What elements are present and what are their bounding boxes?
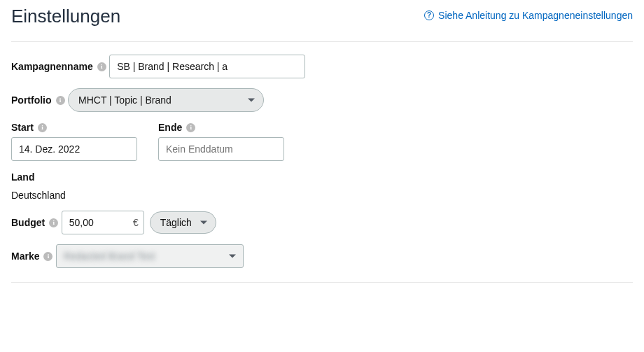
info-icon[interactable] bbox=[97, 62, 106, 71]
campaign-name-input[interactable] bbox=[109, 55, 305, 78]
brand-value: Redacted Brand Text bbox=[64, 251, 155, 262]
help-link[interactable]: ? Siehe Anleitung zu Kampagneneinstellun… bbox=[424, 10, 633, 21]
budget-period-select[interactable]: Täglich bbox=[150, 211, 216, 234]
end-date-input[interactable] bbox=[158, 137, 284, 161]
start-date-input[interactable] bbox=[11, 137, 137, 161]
info-icon[interactable] bbox=[43, 252, 52, 261]
portfolio-value: MHCT | Topic | Brand bbox=[78, 94, 172, 106]
help-link-text: Siehe Anleitung zu Kampagneneinstellunge… bbox=[438, 10, 633, 21]
info-icon[interactable] bbox=[186, 123, 195, 132]
chevron-down-icon bbox=[248, 99, 255, 102]
chevron-down-icon bbox=[200, 221, 207, 225]
country-label: Land bbox=[11, 171, 34, 183]
brand-label: Marke bbox=[11, 251, 39, 262]
info-icon[interactable] bbox=[56, 96, 65, 105]
budget-amount-input[interactable] bbox=[62, 211, 144, 234]
question-circle-icon: ? bbox=[424, 10, 434, 20]
page-title: Einstellungen bbox=[11, 6, 120, 27]
budget-label: Budget bbox=[11, 217, 45, 228]
campaign-name-label: Kampagnenname bbox=[11, 61, 93, 72]
chevron-down-icon bbox=[229, 255, 236, 258]
portfolio-label: Portfolio bbox=[11, 94, 52, 106]
end-label: Ende bbox=[158, 122, 182, 133]
portfolio-select[interactable]: MHCT | Topic | Brand bbox=[68, 88, 264, 112]
brand-select[interactable]: Redacted Brand Text bbox=[56, 244, 244, 268]
info-icon[interactable] bbox=[49, 218, 58, 227]
info-icon[interactable] bbox=[38, 123, 47, 132]
start-label: Start bbox=[11, 122, 34, 133]
country-value: Deutschland bbox=[11, 190, 633, 201]
budget-period-value: Täglich bbox=[160, 217, 192, 228]
